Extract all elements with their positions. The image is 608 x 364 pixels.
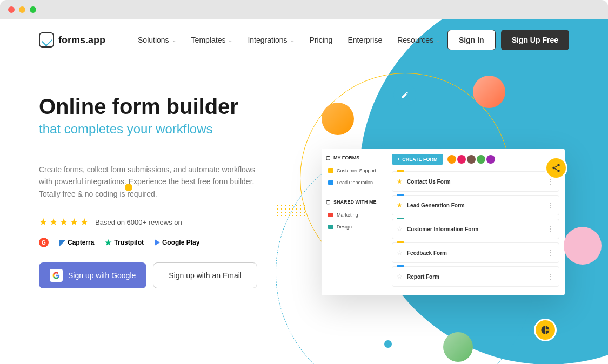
chart-icon bbox=[534, 319, 557, 341]
star-rating: ★ ★ ★ ★ ★ bbox=[39, 216, 89, 228]
decorative-dot bbox=[384, 340, 392, 348]
star-icon: ★ bbox=[39, 216, 48, 228]
signup-email-button[interactable]: Sign up with an Email bbox=[153, 262, 257, 288]
nav-integrations[interactable]: Integrations ⌄ bbox=[248, 36, 294, 44]
review-platforms: G ◤ Capterra ★ Trustpilot Google Play bbox=[39, 238, 569, 247]
nav-enterprise[interactable]: Enterprise bbox=[348, 36, 382, 44]
play-icon bbox=[155, 239, 160, 246]
window-maximize-dot[interactable] bbox=[30, 6, 36, 13]
nav-templates[interactable]: Templates ⌄ bbox=[191, 36, 233, 44]
main-header: forms.app Solutions ⌄ Templates ⌄ Integr… bbox=[0, 19, 608, 61]
chevron-down-icon: ⌄ bbox=[172, 37, 176, 43]
trustpilot-logo[interactable]: ★ Trustpilot bbox=[105, 238, 144, 247]
hero-description: Create forms, collect form submissions, … bbox=[39, 164, 260, 200]
logo-icon bbox=[39, 32, 54, 48]
nav-solutions[interactable]: Solutions ⌄ bbox=[138, 36, 176, 44]
chevron-down-icon: ⌄ bbox=[436, 37, 440, 43]
googleplay-logo[interactable]: Google Play bbox=[155, 239, 199, 246]
signin-button[interactable]: Sign In bbox=[447, 30, 496, 50]
capterra-icon: ◤ bbox=[59, 238, 65, 247]
star-icon: ★ bbox=[49, 216, 58, 228]
logo-text: forms.app bbox=[58, 35, 105, 46]
g2-icon: G bbox=[39, 238, 49, 247]
window-close-dot[interactable] bbox=[8, 6, 15, 13]
logo[interactable]: forms.app bbox=[39, 32, 105, 48]
trustpilot-icon: ★ bbox=[105, 238, 112, 247]
star-icon: ★ bbox=[80, 216, 89, 228]
hero-subtitle: that completes your workflows bbox=[39, 122, 569, 137]
g2-logo[interactable]: G bbox=[39, 238, 49, 247]
hero-title: Online form builder bbox=[39, 93, 569, 119]
nav-pricing[interactable]: Pricing bbox=[310, 36, 333, 44]
signup-google-button[interactable]: Sign up with Google bbox=[39, 262, 146, 288]
window-minimize-dot[interactable] bbox=[19, 6, 25, 13]
reviews-row: ★ ★ ★ ★ ★ Based on 6000+ reviews on bbox=[39, 216, 569, 228]
main-nav: Solutions ⌄ Templates ⌄ Integrations ⌄ P… bbox=[138, 36, 440, 44]
decorative-avatar bbox=[443, 332, 473, 362]
star-icon: ★ bbox=[59, 216, 68, 228]
browser-titlebar bbox=[0, 0, 608, 19]
star-icon: ★ bbox=[70, 216, 78, 228]
hero-section: Online form builder that completes your … bbox=[0, 61, 608, 288]
nav-resources[interactable]: Resources ⌄ bbox=[397, 36, 440, 44]
reviews-text: Based on 6000+ reviews on bbox=[95, 218, 182, 226]
signup-button[interactable]: Sign Up Free bbox=[501, 30, 569, 50]
google-icon bbox=[50, 269, 63, 282]
cta-buttons: Sign up with Google Sign up with an Emai… bbox=[39, 262, 569, 288]
chevron-down-icon: ⌄ bbox=[228, 37, 232, 43]
chevron-down-icon: ⌄ bbox=[290, 37, 295, 43]
capterra-logo[interactable]: ◤ Capterra bbox=[59, 238, 94, 247]
